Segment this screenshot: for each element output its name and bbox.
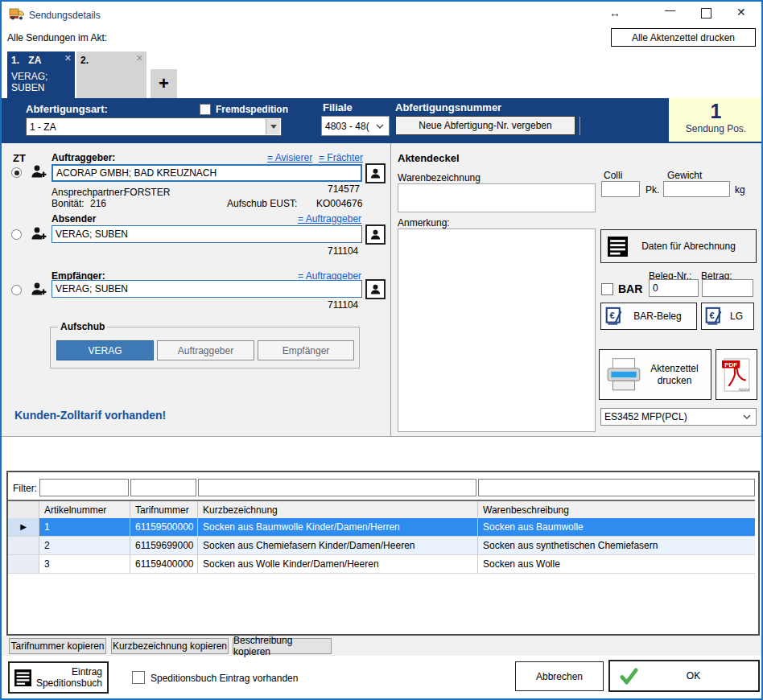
maximize-icon[interactable] (701, 8, 711, 19)
fremdspedition-label: Fremdspedition (216, 104, 288, 115)
tab2-close-icon[interactable]: ✕ (136, 54, 143, 63)
aufschub-auftraggeber-button[interactable]: Auftraggeber (157, 340, 254, 360)
chevron-down-icon (376, 124, 384, 129)
cell-warenbeschreibung[interactable]: Socken aus synthetischen Chemiefasern (478, 537, 755, 554)
eintrag-speditionsbuch-button[interactable]: Eintrag Speditionsbuch (8, 661, 109, 694)
column-header-warenbeschreibung[interactable]: Warenbeschreibung (478, 501, 755, 519)
anmerkung-textarea[interactable] (398, 229, 596, 432)
warenbezeichnung-textarea[interactable] (398, 183, 596, 212)
colli-label: Colli (604, 170, 622, 181)
anmerkung-label: Anmerkung: (398, 217, 450, 229)
cell-artikelnummer[interactable]: 2 (39, 537, 130, 554)
aufschub-empfaenger-button[interactable]: Empfänger (258, 340, 354, 360)
copy-tarifnummer-button[interactable]: Tarifnummer kopieren (9, 638, 106, 654)
panel-divider (390, 143, 391, 436)
svg-text:€: € (609, 311, 614, 320)
cell-artikelnummer[interactable]: 3 (39, 555, 130, 573)
add-tab-button[interactable]: + (151, 69, 177, 98)
filter-warenbeschreibung-input[interactable] (478, 479, 755, 496)
daten-abrechnung-button[interactable]: Daten für Abrechnung (600, 229, 757, 263)
sendungsdetails-window: Sendungsdetails ↔ — ✕ Alle Sendungen im … (0, 0, 763, 700)
column-header-artikelnummer[interactable]: Artikelnummer (39, 501, 130, 519)
cell-warenbeschreibung[interactable]: Socken aus Baumwolle (478, 518, 755, 536)
close-icon[interactable]: ✕ (736, 6, 746, 19)
dropdown-arrow-icon[interactable] (266, 119, 280, 134)
cell-kurzbezeichnung[interactable]: Socken aus Chemiefasern Kinder/Damen/Hee… (198, 537, 478, 554)
resize-icon[interactable]: ↔ (609, 6, 621, 19)
cell-artikelnummer[interactable]: 1 (39, 518, 130, 536)
row-selector-cell[interactable] (8, 555, 39, 573)
avisierer-link[interactable]: = Avisierer (267, 152, 312, 163)
column-header-tarifnummer[interactable]: Tarifnummer (130, 501, 198, 519)
tab-shipment-2[interactable]: 2. ✕ (76, 51, 146, 98)
person-icon (369, 283, 382, 295)
zt-radio-empfaenger[interactable] (11, 285, 22, 295)
aktenzettel-drucken-button[interactable]: Aktenzettel drucken (599, 349, 711, 400)
add-person-icon[interactable] (31, 282, 47, 299)
sendung-position-value: 1 (669, 99, 763, 123)
auftraggeber-input[interactable] (52, 164, 362, 182)
beleg-nr-input[interactable] (649, 279, 699, 297)
auftraggeber-lookup-button[interactable] (365, 163, 386, 183)
table-row[interactable]: 2 61159699000 Socken aus Chemiefasern Ki… (8, 537, 755, 555)
euro-receipt-icon: € (705, 306, 723, 327)
bonitaet-label: Bonität: (52, 198, 85, 209)
printer-select[interactable]: ES3452 MFP(PCL) (600, 408, 757, 426)
cell-kurzbezeichnung[interactable]: Socken aus Baumwolle Kinder/Damen/Herren (198, 518, 478, 536)
bar-beleg-button[interactable]: € BAR-Beleg (600, 303, 697, 330)
row-selector-icon[interactable]: ▶ (8, 518, 39, 536)
speditionsbuch-checkbox[interactable] (132, 671, 145, 684)
fremdspedition-checkbox[interactable] (200, 104, 211, 115)
copy-kurzbezeichnung-button[interactable]: Kurzbezeichnung kopieren (111, 638, 229, 654)
table-row[interactable]: 3 61159400000 Socken aus Wolle Kinder/Da… (8, 555, 755, 574)
aktendeckel-title: Aktendeckel (398, 152, 460, 164)
bar-checkbox[interactable] (601, 283, 613, 295)
absender-lookup-button[interactable] (365, 224, 386, 245)
cell-tarifnummer[interactable]: 61159500000 (130, 518, 198, 536)
lg-label: LG (723, 311, 750, 322)
filter-artikelnummer-input[interactable] (39, 479, 129, 496)
add-person-icon[interactable] (31, 164, 47, 182)
new-abfertigung-nr-button[interactable]: Neue Abfertigung-Nr. vergeben (395, 116, 575, 135)
empfaenger-number: 711104 (328, 299, 358, 311)
betrag-input[interactable] (702, 279, 753, 297)
svg-text:€: € (709, 311, 714, 320)
column-header-kurzbezeichnung[interactable]: Kurzbezeichnung (198, 501, 478, 519)
person-icon (369, 167, 382, 179)
table-row[interactable]: ▶ 1 61159500000 Socken aus Baumwolle Kin… (8, 518, 755, 537)
cell-warenbeschreibung[interactable]: Socken aus Wolle (478, 555, 755, 573)
abfertigungsart-dropdown[interactable]: 1 - ZA (26, 117, 282, 136)
filiale-dropdown[interactable]: 4803 - 48( (321, 116, 390, 136)
absender-number: 711104 (328, 245, 358, 257)
empfaenger-input[interactable] (52, 280, 362, 298)
absender-auftraggeber-link[interactable]: = Auftraggeber (298, 213, 361, 224)
empfaenger-lookup-button[interactable] (365, 279, 386, 299)
copy-beschreibung-button[interactable]: Beschreibung kopieren (233, 638, 332, 654)
minimize-icon[interactable]: — (665, 4, 675, 16)
articles-table: Filter: Artikelnummer Tarifnummer Kurzbe… (6, 471, 760, 636)
print-all-aktenzettel-button[interactable]: Alle Aktenzettel drucken (611, 28, 756, 47)
cell-tarifnummer[interactable]: 61159699000 (130, 537, 198, 554)
zt-radio-absender[interactable] (11, 229, 22, 240)
cell-tarifnummer[interactable]: 61159400000 (130, 555, 198, 573)
filiale-value: 4803 - 48( (322, 121, 376, 132)
pdf-button[interactable]: PDF Adobe (716, 349, 757, 400)
gewicht-input[interactable] (663, 181, 730, 197)
cancel-button[interactable]: Abbrechen (515, 661, 604, 691)
cell-kurzbezeichnung[interactable]: Socken aus Wolle Kinder/Damen/Heeren (198, 555, 478, 573)
row-selector-cell[interactable] (8, 537, 39, 554)
absender-input[interactable] (52, 225, 362, 243)
tab1-close-icon[interactable]: ✕ (64, 54, 72, 63)
ok-button[interactable]: OK (608, 660, 760, 692)
filter-kurzbezeichnung-input[interactable] (198, 479, 476, 496)
tab-shipment-1[interactable]: 1. ZA ✕ VERAG; SUBEN (7, 51, 75, 98)
colli-input[interactable] (601, 181, 640, 197)
zt-radio-auftraggeber[interactable] (11, 167, 22, 178)
daten-abrechnung-label: Daten für Abrechnung (628, 241, 749, 252)
tab1-number: 1. (11, 55, 19, 66)
fraechter-link[interactable]: = Frächter (319, 152, 363, 163)
aufschub-verag-button[interactable]: VERAG (56, 340, 154, 360)
lg-button[interactable]: € LG (701, 303, 754, 330)
filter-tarifnummer-input[interactable] (130, 479, 196, 496)
add-person-icon[interactable] (31, 226, 47, 244)
